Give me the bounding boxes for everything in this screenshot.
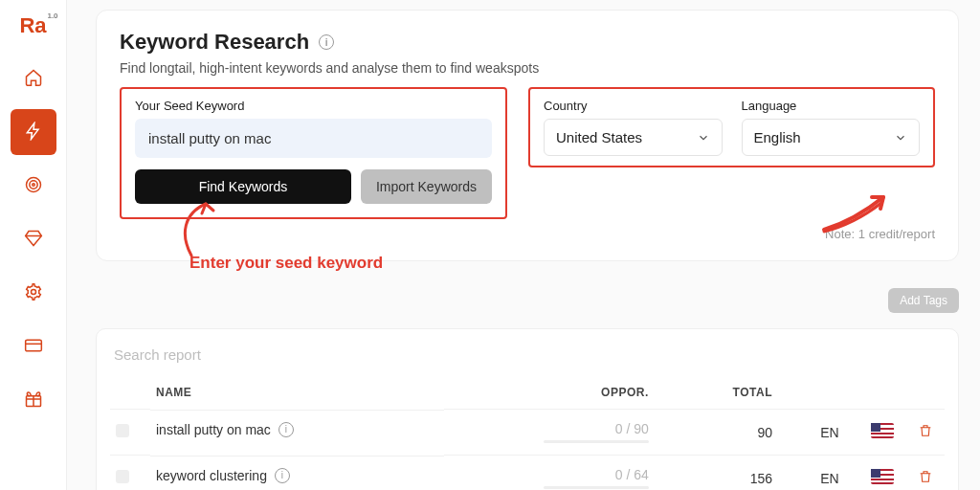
- table-row[interactable]: keyword clustering i0 / 64156EN: [110, 456, 945, 491]
- language-label: Language: [742, 99, 921, 113]
- import-keywords-button[interactable]: Import Keywords: [361, 169, 492, 204]
- row-flag: [858, 456, 906, 491]
- home-icon: [24, 68, 43, 90]
- add-tags-button[interactable]: Add Tags: [888, 288, 959, 313]
- delete-row-button[interactable]: [918, 472, 933, 487]
- page-title: Keyword Research i: [120, 30, 935, 55]
- language-select[interactable]: English: [742, 119, 921, 156]
- chevron-down-icon: [894, 131, 907, 145]
- info-icon[interactable]: i: [275, 468, 290, 483]
- row-checkbox[interactable]: [116, 424, 129, 437]
- delete-row-button[interactable]: [918, 426, 933, 441]
- col-total: TOTAL: [678, 376, 801, 410]
- chevron-down-icon: [697, 131, 710, 145]
- gear-icon: [24, 282, 43, 304]
- row-oppor: 0 / 64: [444, 456, 678, 491]
- find-keywords-button[interactable]: Find Keywords: [135, 169, 351, 204]
- addtags-row: Add Tags: [96, 288, 959, 313]
- table-row[interactable]: install putty on mac i0 / 9090EN: [110, 410, 945, 456]
- language-field: Language English: [742, 99, 921, 156]
- page-title-text: Keyword Research: [120, 30, 309, 55]
- row-total: 90: [678, 410, 801, 456]
- seed-buttons: Find Keywords Import Keywords: [135, 169, 492, 204]
- card-icon: [24, 336, 43, 358]
- us-flag-icon: [871, 423, 894, 438]
- row-lang: EN: [801, 410, 858, 456]
- row-name: install putty on mac i: [150, 410, 444, 449]
- sidebar-item-settings[interactable]: [11, 270, 56, 316]
- search-report-input[interactable]: [110, 339, 945, 370]
- sidebar-item-keyword-research[interactable]: [11, 109, 56, 155]
- seed-label: Your Seed Keyword: [135, 99, 492, 113]
- info-icon[interactable]: i: [278, 422, 294, 437]
- col-oppor: OPPOR.: [444, 376, 678, 410]
- country-value: United States: [556, 129, 642, 145]
- country-select[interactable]: United States: [544, 119, 723, 156]
- sidebar: Ra1.0: [0, 0, 67, 490]
- report-card: NAME OPPOR. TOTAL install putty on mac i…: [96, 328, 959, 490]
- sidebar-item-gift[interactable]: [11, 377, 56, 423]
- row-lang: EN: [801, 456, 858, 491]
- spiral-icon: [24, 175, 43, 197]
- seed-keyword-input[interactable]: [135, 119, 492, 158]
- credit-note: Note: 1 credit/report: [120, 227, 935, 241]
- main: Keyword Research i Find longtail, high-i…: [67, 0, 980, 490]
- row-total: 156: [678, 456, 801, 491]
- svg-point-0: [26, 177, 40, 191]
- diamond-icon: [24, 229, 43, 251]
- gift-icon: [24, 390, 43, 412]
- info-icon[interactable]: i: [319, 34, 334, 50]
- locale-panel: Country United States Language English: [528, 87, 935, 167]
- language-value: English: [754, 129, 801, 145]
- page-subtitle: Find longtail, high-intent keywords and …: [120, 60, 935, 76]
- row-oppor: 0 / 90: [444, 410, 678, 456]
- row-checkbox[interactable]: [116, 470, 129, 483]
- logo-text: Ra: [19, 13, 46, 37]
- sidebar-item-card[interactable]: [11, 323, 56, 369]
- sidebar-item-diamond[interactable]: [11, 216, 56, 262]
- sidebar-item-home[interactable]: [11, 56, 56, 101]
- report-table: NAME OPPOR. TOTAL install putty on mac i…: [110, 376, 945, 490]
- app-logo: Ra1.0: [19, 8, 46, 52]
- country-field: Country United States: [544, 99, 723, 156]
- controls-row: Your Seed Keyword Find Keywords Import K…: [120, 87, 935, 219]
- svg-rect-4: [25, 340, 41, 351]
- bolt-icon: [24, 122, 43, 144]
- keyword-research-card: Keyword Research i Find longtail, high-i…: [96, 10, 959, 261]
- country-label: Country: [544, 99, 723, 113]
- col-name: NAME: [150, 376, 444, 410]
- svg-point-1: [29, 180, 36, 188]
- svg-point-3: [31, 289, 35, 294]
- row-name: keyword clustering i: [150, 456, 444, 491]
- svg-point-2: [32, 183, 34, 186]
- sidebar-item-target[interactable]: [11, 163, 56, 209]
- row-flag: [858, 410, 906, 456]
- logo-version: 1.0: [47, 11, 57, 20]
- us-flag-icon: [871, 469, 894, 484]
- seed-keyword-panel: Your Seed Keyword Find Keywords Import K…: [120, 87, 507, 219]
